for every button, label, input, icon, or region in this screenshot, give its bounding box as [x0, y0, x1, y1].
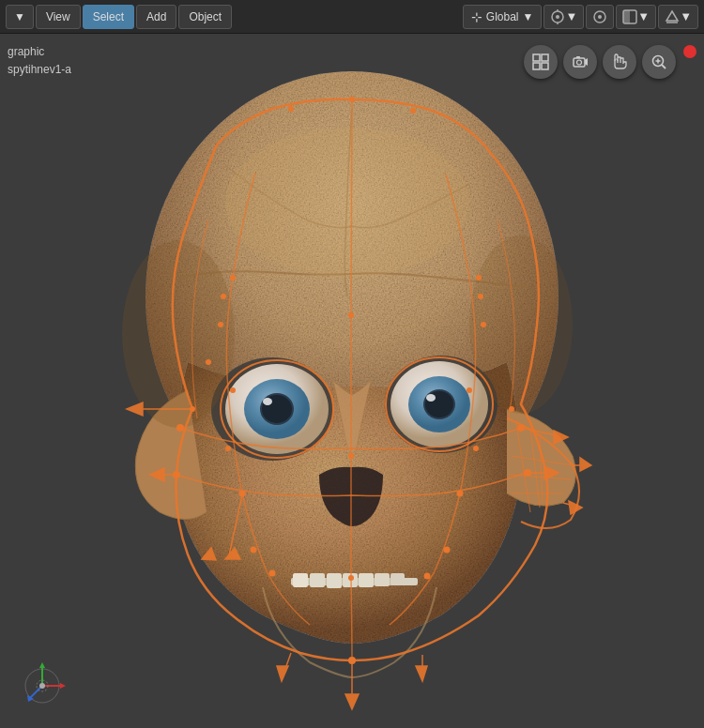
- viewport-gizmo[interactable]: [19, 662, 66, 709]
- snap-dropdown-arrow: ▼: [565, 9, 577, 23]
- svg-point-70: [444, 547, 451, 554]
- add-menu-button[interactable]: Add: [136, 5, 176, 29]
- svg-point-39: [122, 240, 235, 428]
- svg-point-5: [598, 15, 602, 19]
- svg-point-1: [556, 15, 559, 19]
- svg-point-74: [410, 108, 416, 114]
- svg-point-72: [349, 97, 355, 102]
- hand-icon: [611, 53, 628, 70]
- svg-point-56: [230, 387, 236, 393]
- object-label: Object: [189, 10, 222, 23]
- viewport-pan-button[interactable]: [603, 45, 636, 79]
- view-label: View: [46, 10, 70, 23]
- orientation-gizmo-svg: [19, 662, 66, 709]
- svg-point-60: [269, 570, 276, 577]
- viewport-info: graphic spytihnev1-a: [8, 43, 71, 79]
- svg-point-76: [348, 312, 354, 318]
- global-label: Global: [486, 10, 519, 23]
- svg-point-23: [426, 394, 436, 402]
- overlay-dropdown-arrow: ▼: [680, 9, 692, 23]
- svg-point-50: [176, 424, 184, 432]
- svg-point-78: [348, 575, 354, 581]
- svg-marker-116: [39, 662, 45, 668]
- svg-point-77: [348, 453, 354, 459]
- proportional-icon: [592, 9, 607, 24]
- svg-point-71: [424, 573, 431, 580]
- skull-viewport-svg: [0, 34, 704, 728]
- svg-point-57: [225, 446, 231, 451]
- overlay-button[interactable]: ▼: [658, 5, 698, 29]
- recording-indicator: [683, 45, 696, 58]
- svg-rect-104: [574, 58, 585, 67]
- svg-point-17: [263, 398, 272, 405]
- add-label: Add: [146, 10, 166, 23]
- shading-icon: [622, 9, 637, 24]
- shading-dropdown-arrow: ▼: [637, 9, 650, 23]
- overlay-icon: [665, 9, 680, 24]
- mode-dropdown[interactable]: ▼: [6, 5, 34, 29]
- svg-rect-103: [542, 63, 548, 69]
- svg-point-106: [577, 60, 582, 65]
- svg-point-68: [473, 446, 479, 451]
- proportional-button[interactable]: [586, 5, 614, 29]
- svg-point-55: [230, 275, 236, 281]
- viewport-zoom-button[interactable]: [642, 45, 676, 79]
- svg-point-59: [251, 547, 257, 554]
- object-menu-button[interactable]: Object: [178, 5, 232, 29]
- svg-marker-114: [60, 683, 66, 689]
- svg-point-58: [218, 322, 223, 327]
- svg-point-53: [206, 359, 211, 365]
- svg-point-73: [288, 106, 294, 112]
- viewport-info-line1: graphic: [8, 43, 71, 61]
- svg-rect-102: [533, 63, 540, 69]
- svg-point-63: [509, 406, 514, 412]
- svg-point-65: [467, 387, 472, 393]
- snap-icon: [550, 9, 565, 24]
- svg-rect-36: [375, 573, 390, 586]
- svg-rect-31: [293, 573, 308, 587]
- viewport-controls: [524, 45, 676, 79]
- camera-icon: [572, 53, 589, 70]
- global-dropdown[interactable]: ⊹ Global ▼: [463, 5, 543, 29]
- svg-point-38: [225, 128, 469, 278]
- svg-point-119: [39, 683, 45, 689]
- main-viewport[interactable]: graphic spytihnev1-a: [0, 34, 704, 728]
- viewport-info-line2: spytihnev1-a: [8, 61, 71, 79]
- svg-point-67: [476, 275, 482, 281]
- viewport-camera-button[interactable]: [563, 45, 597, 79]
- grid-icon: [532, 53, 549, 70]
- viewport-grid-button[interactable]: [524, 45, 558, 79]
- global-dropdown-arrow: ▼: [522, 10, 533, 23]
- top-toolbar: ▼ View Select Add Object ⊹ Global ▼ ▼: [0, 0, 704, 34]
- svg-rect-107: [576, 56, 580, 58]
- svg-rect-7: [623, 10, 630, 23]
- transform-orient-icon: ⊹: [471, 9, 482, 24]
- svg-point-54: [221, 294, 226, 299]
- dropdown-arrow-icon: ▼: [14, 10, 25, 23]
- svg-point-66: [478, 294, 483, 299]
- zoom-icon: [650, 53, 667, 70]
- svg-rect-32: [310, 573, 325, 587]
- svg-rect-35: [359, 573, 374, 587]
- svg-point-64: [457, 491, 464, 497]
- view-menu-button[interactable]: View: [36, 5, 81, 29]
- select-label: Select: [93, 10, 124, 23]
- svg-rect-37: [390, 573, 405, 585]
- svg-point-69: [481, 322, 486, 327]
- svg-line-109: [662, 65, 666, 68]
- svg-rect-100: [533, 54, 540, 61]
- svg-rect-33: [327, 573, 342, 588]
- snap-button[interactable]: ▼: [543, 5, 584, 29]
- select-menu-button[interactable]: Select: [83, 5, 134, 29]
- svg-rect-101: [542, 54, 548, 61]
- shading-dropdown[interactable]: ▼: [616, 5, 656, 29]
